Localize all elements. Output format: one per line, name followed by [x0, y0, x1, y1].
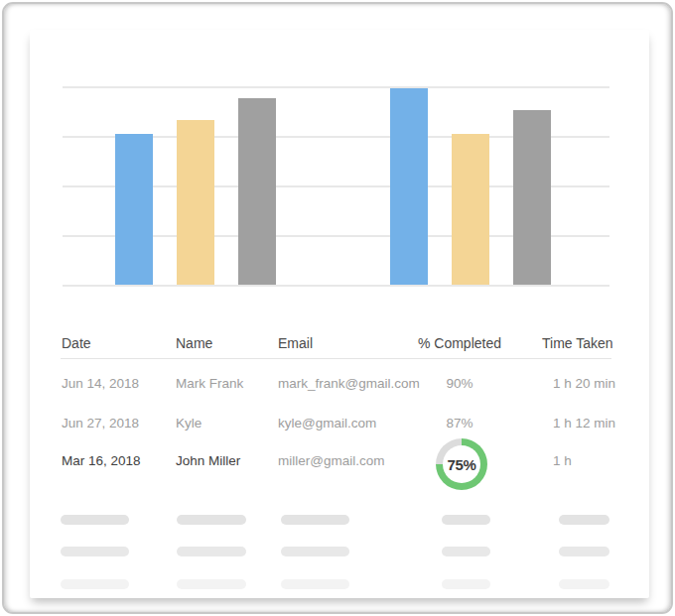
column-header-email: Email	[278, 335, 313, 351]
dashboard-card: Date Name Email % Completed Time Taken J…	[30, 30, 649, 598]
skeleton-bar	[61, 515, 129, 525]
bar-yellow[interactable]	[452, 134, 489, 285]
skeleton-bar	[442, 579, 490, 589]
skeleton-bar	[177, 515, 246, 525]
column-header-time-taken: Time Taken	[542, 335, 613, 351]
chart-gridline	[63, 285, 609, 287]
bar-yellow[interactable]	[177, 120, 214, 285]
skeleton-bar	[281, 547, 349, 556]
table-header-row: Date Name Email % Completed Time Taken	[61, 335, 611, 353]
skeleton-bar	[559, 547, 609, 556]
cell-date: Jun 14, 2018	[62, 374, 139, 394]
table-row[interactable]: Jun 27, 2018 Kyle kyle@gmail.com 87% 1 h…	[61, 414, 611, 433]
cell-name: Mark Frank	[176, 374, 243, 394]
bar-blue[interactable]	[115, 134, 153, 285]
progress-ring-label: 75%	[443, 445, 480, 483]
bar-gray[interactable]	[238, 98, 276, 285]
cell-email: miller@gmail.com	[278, 451, 384, 471]
progress-ring: 75%	[436, 438, 487, 490]
skeleton-bar	[559, 579, 609, 589]
cell-name: John Miller	[176, 451, 240, 471]
skeleton-bar	[177, 547, 246, 556]
skeleton-bar	[61, 579, 129, 589]
cell-name: Kyle	[176, 414, 202, 433]
skeleton-bar	[442, 515, 490, 525]
bar-blue[interactable]	[390, 88, 428, 285]
cell-date: Jun 27, 2018	[62, 414, 139, 433]
window-frame: Date Name Email % Completed Time Taken J…	[2, 2, 673, 614]
cell-time-taken: 1 h	[553, 451, 572, 471]
header-divider	[61, 358, 611, 359]
skeleton-bar	[61, 547, 129, 556]
cell-time-taken: 1 h 12 min	[553, 414, 615, 433]
column-header-pct-completed: % Completed	[401, 335, 518, 351]
column-header-date: Date	[62, 335, 91, 351]
table-row[interactable]: Mar 16, 2018 John Miller miller@gmail.co…	[61, 451, 611, 471]
bar-chart	[63, 87, 609, 286]
cell-pct-completed: 87%	[401, 414, 518, 433]
cell-pct-completed: 90%	[401, 374, 518, 394]
table-row[interactable]: Jun 14, 2018 Mark Frank mark_frank@gmail…	[61, 374, 611, 394]
skeleton-bar	[177, 579, 246, 589]
cell-time-taken: 1 h 20 min	[553, 374, 615, 394]
skeleton-bar	[442, 547, 490, 556]
cell-date: Mar 16, 2018	[62, 451, 141, 471]
skeleton-bar	[281, 579, 349, 589]
column-header-name: Name	[176, 335, 212, 351]
cell-email: kyle@gmail.com	[278, 414, 376, 433]
skeleton-bar	[559, 515, 609, 525]
bar-group-group-1	[115, 98, 276, 285]
skeleton-bar	[281, 515, 349, 525]
bar-group-group-2	[390, 88, 551, 285]
bar-gray[interactable]	[513, 110, 551, 285]
cell-email: mark_frank@gmail.com	[278, 374, 420, 394]
